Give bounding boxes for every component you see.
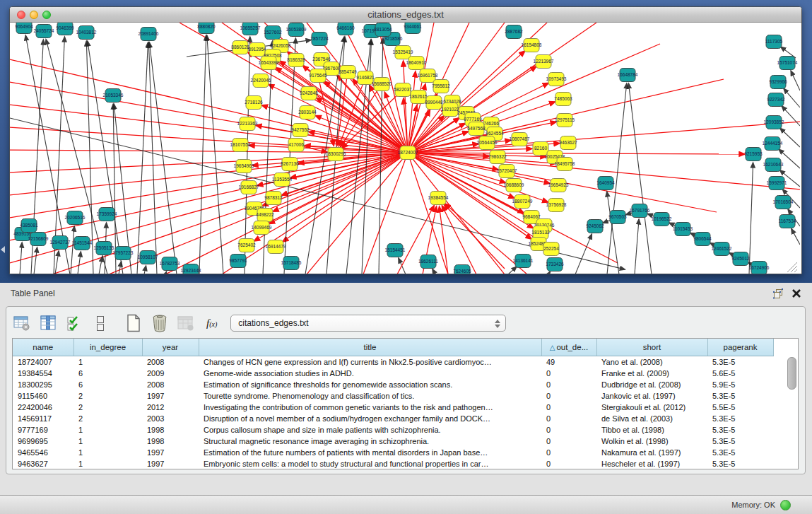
graph-edge[interactable]	[20, 243, 22, 274]
column-header-in_degree[interactable]: in_degree	[73, 339, 142, 356]
column-header-short[interactable]: short	[596, 339, 707, 356]
table-cell[interactable]: 14569117	[13, 413, 73, 424]
table-cell[interactable]: 0	[541, 390, 596, 402]
table-panel-header[interactable]: Table Panel	[0, 283, 812, 304]
table-cell[interactable]: 9115460	[13, 390, 73, 402]
scrollbar-thumb[interactable]	[787, 357, 796, 390]
table-cell[interactable]: Jankovic et al. (1997)	[596, 390, 707, 402]
table-cell[interactable]: 2009	[142, 368, 199, 379]
merge-cells-icon[interactable]	[90, 313, 110, 333]
close-panel-icon[interactable]	[791, 288, 802, 299]
table-cell[interactable]: 9465546	[13, 447, 73, 458]
graph-edge[interactable]	[10, 153, 408, 195]
graph-edge[interactable]	[245, 37, 250, 274]
table-cell[interactable]: 1	[73, 458, 142, 469]
vertical-scrollbar[interactable]	[787, 357, 796, 467]
function-builder-icon[interactable]: f(x)	[206, 317, 217, 329]
table-cell[interactable]: Changes of HCN gene expression and I(f) …	[199, 356, 541, 368]
panel-collapse-arrow-icon[interactable]	[1, 246, 5, 253]
column-header-year[interactable]: year	[142, 339, 199, 356]
table-cell[interactable]: 6	[73, 368, 142, 379]
table-cell[interactable]: 18724007	[13, 356, 73, 368]
graph-edge[interactable]	[88, 41, 123, 274]
table-cell[interactable]: de Silva et al. (2003)	[596, 413, 707, 424]
graph-edge[interactable]	[508, 267, 517, 274]
table-cell[interactable]: Wolkin et al. (1998)	[596, 436, 707, 447]
table-cell[interactable]: Estimation of significance thresholds fo…	[199, 379, 541, 390]
table-cell[interactable]: Stergiakouli et al. (2012)	[596, 402, 707, 413]
table-cell[interactable]: 0	[541, 436, 596, 447]
graph-edge[interactable]	[148, 42, 157, 274]
table-select-dropdown[interactable]: citations_edges.txt	[230, 315, 506, 332]
table-cell[interactable]: 0	[541, 424, 596, 436]
table-row[interactable]: 1938455462009Genome-wide association stu…	[13, 368, 773, 379]
table-cell[interactable]: 5.3E-5	[707, 424, 773, 436]
table-cell[interactable]: 2	[73, 402, 142, 413]
table-cell[interactable]: 18300295	[13, 379, 73, 390]
table-cell[interactable]: 9699695	[13, 436, 73, 447]
table-cell[interactable]: 0	[541, 447, 596, 458]
graph-edge[interactable]	[207, 35, 223, 274]
network-view-window[interactable]: citations_edges.txt 90649042405572490463…	[9, 6, 802, 274]
table-cell[interactable]: 5.6E-5	[707, 368, 773, 379]
graph-edge[interactable]	[635, 219, 639, 274]
graph-edge[interactable]	[749, 163, 753, 274]
table-cell[interactable]: Estimation of the future numbers of pati…	[199, 447, 541, 458]
table-cell[interactable]: 1	[73, 447, 142, 458]
table-cell[interactable]: 5.3E-5	[707, 356, 773, 368]
table-cell[interactable]: 5.5E-5	[707, 402, 773, 413]
graph-edge[interactable]	[792, 229, 800, 245]
table-cell[interactable]: Structural magnetic resonance image aver…	[199, 436, 541, 447]
table-cell[interactable]: 5.3E-5	[707, 447, 773, 458]
column-header-out_de[interactable]: △out_de...	[541, 339, 596, 356]
table-cell[interactable]: 2012	[142, 402, 199, 413]
network-canvas[interactable]: 9064904240557249046399104038122089140688…	[10, 23, 800, 274]
table-cell[interactable]: Genome-wide association studies in ADHD.	[199, 368, 541, 379]
graph-edge[interactable]	[433, 269, 435, 274]
table-row[interactable]: 1456911722003Disruption of a novel membe…	[13, 413, 773, 424]
table-row[interactable]: 911546021997Tourette syndrome. Phenomeno…	[13, 390, 773, 402]
table-cell[interactable]: 2008	[142, 379, 199, 390]
table-cell[interactable]: Dudbridge et al. (2008)	[596, 379, 707, 390]
table-cell[interactable]: Investigating the contribution of common…	[199, 402, 541, 413]
graph-edge[interactable]	[408, 122, 800, 153]
table-cell[interactable]: 19384554	[13, 368, 73, 379]
table-cell[interactable]: Franke et al. (2009)	[596, 368, 707, 379]
graph-edge[interactable]	[34, 247, 37, 274]
table-row[interactable]: 969969511998Structural magnetic resonanc…	[13, 436, 773, 447]
table-cell[interactable]: 22420046	[13, 402, 73, 413]
node-table[interactable]: namein_degreeyeartitle△out_de...shortpag…	[12, 338, 799, 469]
graph-edge[interactable]	[548, 271, 551, 274]
table-row[interactable]: 946554611997Estimation of the future num…	[13, 447, 773, 458]
table-cell[interactable]: Hescheler et al. (1997)	[596, 458, 707, 469]
new-document-icon[interactable]	[124, 313, 143, 333]
graph-edge[interactable]	[780, 128, 800, 147]
table-row[interactable]: 2242004622012Investigating the contribut…	[13, 402, 773, 413]
graph-edge[interactable]	[440, 206, 448, 274]
graph-edge[interactable]	[78, 252, 81, 274]
graph-edge[interactable]	[99, 257, 102, 274]
table-cell[interactable]: Embryonic stem cells: a model to study s…	[199, 458, 541, 469]
table-cell[interactable]: 1	[73, 356, 142, 368]
graph-edge[interactable]	[137, 42, 148, 274]
graph-edge[interactable]	[199, 35, 206, 274]
table-cell[interactable]: 5.3E-5	[707, 458, 773, 469]
column-header-name[interactable]: name	[13, 339, 73, 356]
table-cell[interactable]: 5.9E-5	[707, 379, 773, 390]
table-row[interactable]: 977716911998Corpus callosum shape and si…	[13, 424, 773, 436]
table-cell[interactable]: 1	[73, 424, 142, 436]
float-panel-icon[interactable]	[772, 288, 784, 299]
table-cell[interactable]: 1997	[142, 447, 199, 458]
table-cell[interactable]: 5.3E-5	[707, 413, 773, 424]
graph-edge[interactable]	[628, 83, 652, 274]
column-visibility-icon[interactable]	[38, 313, 58, 333]
table-cell[interactable]: 9463627	[13, 458, 73, 469]
table-cell[interactable]: 2	[73, 390, 142, 402]
table-cell[interactable]: 1997	[142, 390, 199, 402]
table-cell[interactable]: 2008	[142, 356, 199, 368]
table-settings-icon[interactable]	[12, 313, 32, 333]
table-cell[interactable]: 0	[541, 413, 596, 424]
graph-edge[interactable]	[55, 251, 59, 274]
column-header-title[interactable]: title	[199, 339, 541, 356]
table-cell[interactable]: 9777169	[13, 424, 73, 436]
